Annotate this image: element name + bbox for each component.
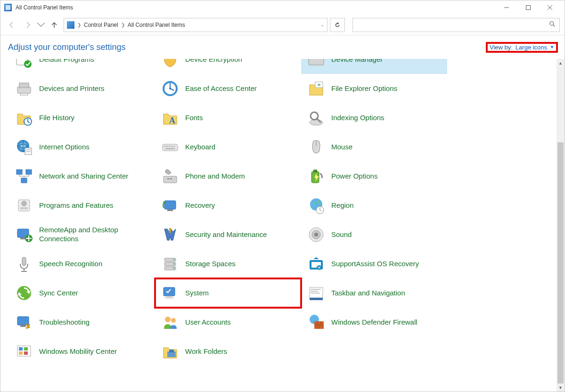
svg-rect-39 [26,170,32,174]
item-sound[interactable]: Sound [301,220,447,249]
item-indexing-options[interactable]: Indexing Options [301,103,447,132]
item-remoteapp[interactable]: RemoteApp and Desktop Connections [9,220,155,249]
item-label: Device Encryption [185,59,242,64]
item-power-options[interactable]: Power Options [301,162,447,191]
item-label: Fonts [185,114,203,122]
item-label: Sound [331,230,352,239]
breadcrumb-current[interactable]: All Control Panel Items [128,22,185,28]
item-label: Windows Mobility Center [39,347,117,356]
keyboard-icon [160,137,180,157]
view-by-selector[interactable]: View by: Large icons ▼ [487,43,557,52]
svg-rect-81 [17,317,29,325]
item-sync-center[interactable]: Sync Center [9,278,155,308]
item-device-encryption[interactable]: Device Encryption [155,59,301,74]
svg-point-66 [173,259,175,261]
network-sharing-icon [14,166,34,187]
item-fonts[interactable]: A Fonts [155,103,301,132]
item-devices-printers[interactable]: Devices and Printers [9,74,155,103]
item-label: SupportAssist OS Recovery [331,260,419,269]
svg-point-68 [173,268,175,269]
scroll-thumb[interactable] [557,142,564,384]
item-recovery[interactable]: Recovery [155,191,301,220]
svg-point-67 [173,263,175,265]
minimize-button[interactable] [496,0,517,15]
item-mobility-center[interactable]: Windows Mobility Center [9,337,155,366]
item-troubleshooting[interactable]: Troubleshooting [9,308,155,337]
svg-rect-94 [19,351,23,355]
scroll-up-button[interactable]: ▲ [557,59,565,67]
address-dropdown-icon[interactable]: ⌄ [320,22,324,27]
up-button[interactable] [48,18,61,32]
item-region[interactable]: Region [301,191,447,220]
item-internet-options[interactable]: Internet Options [9,132,155,162]
close-button[interactable] [539,0,561,15]
maximize-button[interactable] [517,0,539,15]
search-input[interactable] [357,22,549,28]
item-file-history[interactable]: File History [9,103,155,132]
internet-options-icon [14,137,34,157]
item-device-manager[interactable]: Device Manager [301,59,447,74]
item-label: Storage Spaces [185,260,236,269]
breadcrumb-icon [67,21,74,29]
item-file-explorer-options[interactable]: File Explorer Options [301,74,447,103]
region-icon [306,195,327,216]
item-label: Mouse [331,143,352,152]
svg-point-24 [311,112,318,120]
svg-point-83 [165,317,171,322]
speech-recognition-icon [14,253,34,274]
item-mouse[interactable]: Mouse [301,132,447,162]
sound-icon [306,224,327,245]
svg-rect-82 [20,325,26,327]
scroll-down-button[interactable]: ▼ [557,384,565,392]
item-user-accounts[interactable]: User Accounts [155,308,301,337]
item-security-maintenance[interactable]: Security and Maintenance [155,220,301,249]
item-label: Devices and Printers [39,84,104,93]
taskbar-navigation-icon [306,283,327,303]
file-history-icon [14,107,34,128]
work-folders-icon [160,341,180,362]
item-label: Keyboard [185,143,215,152]
ease-of-access-icon [160,78,180,99]
item-network-sharing[interactable]: Network and Sharing Center [9,162,155,191]
item-label: Sync Center [39,289,78,298]
item-programs-features[interactable]: Programs and Features [9,191,155,220]
remoteapp-icon [14,224,34,245]
svg-rect-50 [167,209,173,211]
svg-rect-32 [166,146,168,147]
recent-dropdown[interactable] [37,18,45,32]
search-box[interactable] [352,18,560,32]
breadcrumb-root[interactable]: Control Panel [84,22,118,28]
item-label: Phone and Modem [185,172,245,181]
item-work-folders[interactable]: Work Folders [155,337,301,366]
chevron-right-icon[interactable]: ❯ [77,22,81,27]
item-label: Ease of Access Center [185,84,257,93]
refresh-button[interactable] [330,18,345,32]
item-default-programs[interactable]: Default Programs [9,59,155,74]
svg-rect-35 [173,146,175,147]
address-bar[interactable]: ❯ Control Panel ❯ All Control Panel Item… [64,18,328,32]
forward-button[interactable] [21,18,34,32]
item-phone-modem[interactable]: Phone and Modem [155,162,301,191]
chevron-right-icon[interactable]: ❯ [121,22,125,27]
scroll-track[interactable] [557,67,565,384]
item-label: Device Manager [331,59,383,64]
item-label: Speech Recognition [39,260,102,269]
vertical-scrollbar[interactable]: ▲ ▼ [557,59,565,392]
item-keyboard[interactable]: Keyboard [155,132,301,162]
default-programs-icon [14,59,34,70]
svg-rect-27 [25,148,32,155]
search-icon[interactable] [549,21,556,29]
system-icon [160,283,180,303]
item-system[interactable]: System [155,278,301,308]
defender-firewall-icon [306,312,327,333]
back-button[interactable] [5,18,18,32]
svg-point-18 [169,88,171,90]
control-panel-icon [4,4,12,11]
item-taskbar-navigation[interactable]: Taskbar and Navigation [301,278,447,308]
window-controls [496,0,561,15]
item-supportassist[interactable]: SupportAssist OS Recovery [301,249,447,278]
item-storage-spaces[interactable]: Storage Spaces [155,249,301,278]
item-defender-firewall[interactable]: Windows Defender Firewall [301,308,447,337]
item-speech-recognition[interactable]: Speech Recognition [9,249,155,278]
item-ease-of-access[interactable]: Ease of Access Center [155,74,301,103]
